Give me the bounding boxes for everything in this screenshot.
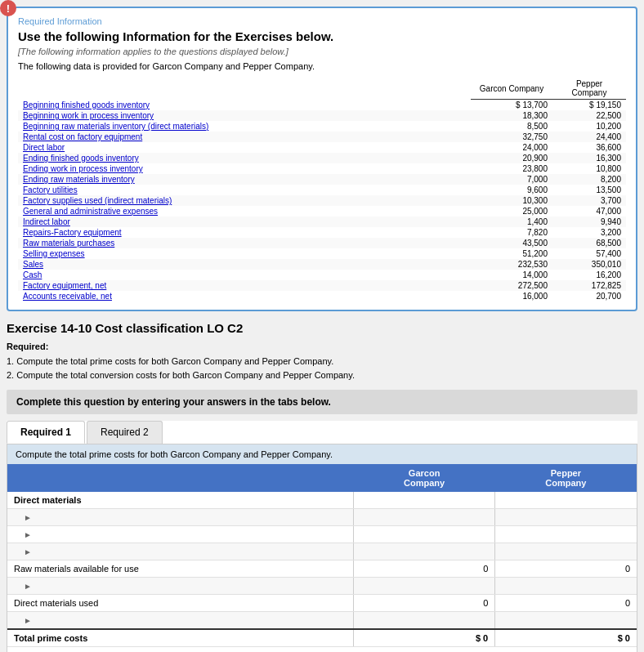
pepper-input[interactable] [502, 547, 630, 556]
pepper-input[interactable] [502, 581, 630, 591]
required-info-title: Required Information [18, 16, 626, 26]
data-row-garcon: 18,300 [471, 110, 552, 121]
answer-input-garcon[interactable] [354, 543, 495, 560]
requirement-1: 1. Compute the total prime costs for bot… [7, 355, 637, 382]
data-row-pepper: 20,700 [552, 291, 626, 301]
data-row-garcon: $ 13,700 [471, 100, 552, 111]
data-row-pepper: 24,400 [552, 132, 626, 142]
data-row-pepper: $ 19,150 [552, 100, 626, 111]
answer-row-label: Total prime costs [7, 629, 354, 647]
data-row-pepper: 22,500 [552, 110, 626, 121]
data-row-label: Factory equipment, net [18, 280, 471, 291]
answer-input-garcon[interactable] [354, 526, 495, 543]
pepper-col-header: PepperCompany [552, 78, 626, 100]
data-row-label: Beginning finished goods inventory [18, 100, 471, 111]
data-row-garcon: 24,000 [471, 142, 552, 153]
data-row-garcon: 51,200 [471, 248, 552, 259]
garcon-input[interactable] [360, 547, 488, 556]
data-row-pepper: 47,000 [552, 206, 626, 217]
data-row-garcon: 10,300 [471, 195, 552, 206]
data-row-label: Beginning raw materials inventory (direc… [18, 121, 471, 132]
data-row-label: Beginning work in process inventory [18, 110, 471, 121]
answer-col-garcon: GarconCompany [354, 464, 495, 492]
answer-table: GarconCompany PepperCompany Direct mater… [7, 464, 637, 647]
data-row-pepper: 172,825 [552, 280, 626, 291]
answer-input-pepper[interactable] [495, 526, 637, 543]
pepper-input[interactable] [502, 615, 630, 625]
answer-row-label: Direct materials [7, 492, 354, 509]
garcon-input[interactable] [360, 529, 488, 539]
table-row: ► [7, 543, 637, 560]
garcon-input[interactable] [360, 615, 488, 625]
answer-input-pepper[interactable] [495, 612, 637, 630]
data-row-garcon: 7,000 [471, 174, 552, 185]
data-row-pepper: 3,700 [552, 195, 626, 206]
data-row-label: Factory utilities [18, 185, 471, 195]
data-row-label: Accounts receivable, net [18, 291, 471, 301]
answer-row-garcon [354, 492, 495, 509]
answer-input-pepper[interactable] [495, 578, 637, 595]
data-provided: The following data is provided for Garco… [18, 61, 626, 71]
data-row-label: Ending raw materials inventory [18, 174, 471, 185]
data-row-label: General and administrative expenses [18, 206, 471, 217]
data-row-garcon: 7,820 [471, 227, 552, 238]
data-row-pepper: 16,300 [552, 153, 626, 163]
use-following-heading: Use the following Information for the Ex… [18, 29, 626, 43]
data-row-label: Sales [18, 259, 471, 270]
garcon-col-header: Garcon Company [471, 78, 552, 100]
answer-total-pepper: $ 0 [495, 629, 637, 647]
answer-input-garcon[interactable] [354, 578, 495, 595]
pepper-input[interactable] [502, 529, 630, 539]
answer-subtotal-garcon: 0 [354, 595, 495, 612]
garcon-input[interactable] [360, 581, 488, 591]
tab-required-1[interactable]: Required 1 [7, 421, 85, 444]
data-row-label: Direct labor [18, 142, 471, 153]
exercise-title: Exercise 14-10 Cost classification LO C2 [7, 321, 637, 335]
alert-icon: ! [0, 0, 16, 16]
answer-row-label: Direct materials used [7, 595, 354, 612]
table-row: Total prime costs $ 0 $ 0 [7, 629, 637, 647]
data-row-label: Indirect labor [18, 217, 471, 227]
answer-subtotal-pepper: 0 [495, 560, 637, 578]
answer-row-pepper [495, 492, 637, 509]
compute-header: Compute the total prime costs for both G… [7, 444, 637, 464]
pepper-input[interactable] [502, 512, 630, 522]
data-row-pepper: 68,500 [552, 238, 626, 248]
data-row-pepper: 10,200 [552, 121, 626, 132]
data-row-garcon: 43,500 [471, 238, 552, 248]
data-row-label: Ending work in process inventory [18, 163, 471, 174]
required-info-box: ! Required Information Use the following… [7, 7, 637, 311]
data-row-pepper: 3,200 [552, 227, 626, 238]
data-row-pepper: 9,940 [552, 217, 626, 227]
table-row: ► [7, 612, 637, 630]
data-row-label: Cash [18, 270, 471, 280]
nav-buttons: < Required 1 Required 2 > [7, 647, 637, 652]
table-row: Direct materials [7, 492, 637, 509]
answer-input-garcon[interactable] [354, 612, 495, 630]
answer-input-pepper[interactable] [495, 543, 637, 560]
data-row-garcon: 20,900 [471, 153, 552, 163]
garcon-input[interactable] [360, 512, 488, 522]
answer-col-label [7, 464, 354, 492]
table-row: ► [7, 526, 637, 543]
tab-required-2[interactable]: Required 2 [87, 421, 163, 444]
data-row-label: Ending finished goods inventory [18, 153, 471, 163]
data-row-pepper: 350,010 [552, 259, 626, 270]
data-row-garcon: 9,600 [471, 185, 552, 195]
answer-col-pepper: PepperCompany [495, 464, 637, 492]
data-row-garcon: 232,530 [471, 259, 552, 270]
answer-input-pepper[interactable] [495, 509, 637, 526]
answer-input-garcon[interactable] [354, 509, 495, 526]
data-row-garcon: 23,800 [471, 163, 552, 174]
data-row-pepper: 16,200 [552, 270, 626, 280]
table-row: ► [7, 509, 637, 526]
data-row-pepper: 36,600 [552, 142, 626, 153]
data-row-label: Rental cost on factory equipment [18, 132, 471, 142]
data-row-garcon: 32,750 [471, 132, 552, 142]
answer-subtotal-pepper: 0 [495, 595, 637, 612]
data-row-garcon: 14,000 [471, 270, 552, 280]
data-row-garcon: 1,400 [471, 217, 552, 227]
data-row-label: Selling expenses [18, 248, 471, 259]
table-row: ► [7, 578, 637, 595]
data-row-garcon: 272,500 [471, 280, 552, 291]
